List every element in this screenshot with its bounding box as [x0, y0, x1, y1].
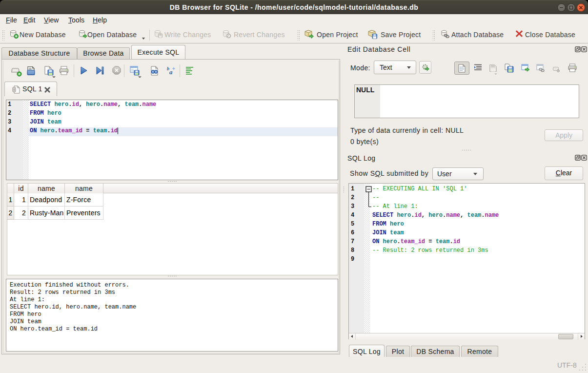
svg-text:a: a: [169, 68, 173, 76]
